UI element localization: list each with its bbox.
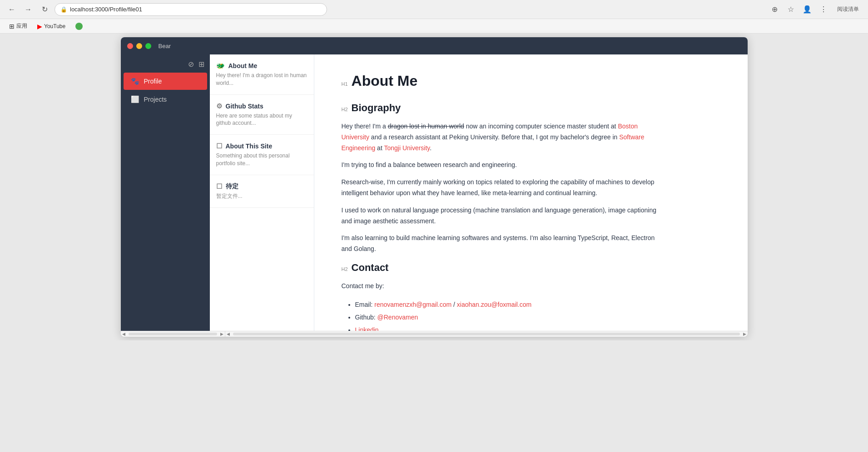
reload-button[interactable]: ↻ [38,3,51,16]
note-icon-pending: ☐ [216,182,222,191]
app-window: Bear ⊘ ⊞ 🐾 Profile ⬜ Projects 🐲 Abo [121,37,748,337]
p1-before-strike: Hey there! I'm a [342,123,388,130]
biography-p4: I used to work on natural language proce… [342,205,660,227]
h-scroll-right-btn[interactable]: ▶ [219,332,225,336]
biography-p2: I'm trying to find a balance between res… [342,160,660,171]
p1-mid2: at [375,144,384,152]
address-bar[interactable]: 🔒 localhost:3000/Profile/file01 [55,3,327,16]
sidebar-item-projects[interactable]: ⬜ Projects [124,91,207,108]
email-link2[interactable]: xiaohan.zou@foxmail.com [457,301,531,308]
sidebar-projects-label: Projects [144,96,167,103]
window-title: Bear [159,43,171,49]
h1-text: About Me [352,73,418,89]
content-h-scroll: ◀ ▶ [225,331,748,337]
green-bookmark[interactable] [72,21,86,31]
forward-button[interactable]: → [22,3,35,16]
h-scroll-track [129,333,217,335]
back-button[interactable]: ← [5,3,18,16]
note-list: 🐲 About Me Hey there! I'm a dragon lost … [210,54,314,331]
reader-list-button[interactable]: 阅读清单 [833,4,863,15]
content-area[interactable]: H1 About Me H2 Biography Hey there! I'm … [314,54,748,331]
biography-p1: Hey there! I'm a dragon lost in human wo… [342,121,660,153]
note-title-github-stats: ⚙ Github Stats [216,102,308,110]
more-button[interactable]: ⋮ [817,3,830,16]
note-icon-about-me: 🐲 [216,62,225,70]
green-dot-icon [75,23,83,30]
contact-github: Github: @Renovamen [355,311,720,324]
p1-mid: and a research assistant at Peking Unive… [369,133,619,141]
contact-heading: H2 Contact [342,262,720,274]
traffic-lights [127,43,151,49]
bookmarks-bar: ⊞ 应用 ▶ YouTube [0,19,868,34]
note-preview-github-stats: Here are some status about my github acc… [216,112,308,128]
note-icon-about-site: ☐ [216,142,222,150]
content-h-scroll-track [233,333,740,335]
email-label: Email: [355,301,375,308]
biography-h2-label: H2 [342,107,348,112]
github-link[interactable]: @Renovamen [377,314,418,321]
sidebar: ⊘ ⊞ 🐾 Profile ⬜ Projects [121,54,210,331]
note-title-about-site: ☐ About This Site [216,142,308,150]
apps-grid-icon: ⊞ [9,23,15,30]
sidebar-toolbar: ⊘ ⊞ [121,58,210,72]
lock-icon: 🔒 [60,6,67,13]
contact-list: Email: renovamenzxh@gmail.com / xiaohan.… [342,298,720,331]
biography-heading: H2 Biography [342,102,720,114]
contact-intro: Contact me by: [342,281,660,292]
email-link1[interactable]: renovamenzxh@gmail.com [374,301,451,308]
note-title-about-me: 🐲 About Me [216,62,308,70]
p1-end: . [430,144,432,152]
minimize-button[interactable] [136,43,142,49]
url-text: localhost:3000/Profile/file01 [70,6,142,13]
tongji-university-link[interactable]: Tongji University [384,144,430,152]
sidebar-filter-button[interactable]: ⊘ [188,60,194,69]
youtube-icon: ▶ [37,23,42,30]
window-bottom-scroll: ◀ ▶ ◀ ▶ [121,331,748,337]
sidebar-settings-button[interactable]: ⊞ [198,60,204,69]
biography-h2-text: Biography [352,102,401,114]
apps-label: 应用 [16,22,27,30]
content-h-scroll-right[interactable]: ▶ [742,332,748,336]
note-preview-about-site: Something about this personal portfolio … [216,152,308,167]
p1-strike: dragon lost in human world [388,123,464,130]
content-h1: H1 About Me [342,73,720,89]
note-list-h-scroll: ◀ ▶ [121,331,225,337]
contact-email: Email: renovamenzxh@gmail.com / xiaohan.… [355,298,720,311]
h-scroll-left-btn[interactable]: ◀ [121,332,127,336]
app-body: ⊘ ⊞ 🐾 Profile ⬜ Projects 🐲 About Me Hey … [121,54,748,331]
profile-button[interactable]: 👤 [801,3,813,16]
translate-button[interactable]: ⊕ [768,3,781,16]
note-preview-pending: 暂定文件... [216,192,308,200]
close-button[interactable] [127,43,133,49]
youtube-bookmark[interactable]: ▶ YouTube [34,21,69,31]
contact-h2-label: H2 [342,266,348,272]
sidebar-profile-label: Profile [144,78,162,85]
star-button[interactable]: ☆ [784,3,797,16]
title-bar: Bear [121,37,748,54]
linkedin-link[interactable]: Linkedin [355,326,379,331]
note-preview-about-me: Hey there! I'm a dragon lost in human wo… [216,72,308,87]
content-h-scroll-left[interactable]: ◀ [225,332,231,336]
note-item-pending[interactable]: ☐ 待定 暂定文件... [210,175,314,208]
browser-bar: ← → ↻ 🔒 localhost:3000/Profile/file01 ⊕ … [0,0,868,19]
note-item-about-me[interactable]: 🐲 About Me Hey there! I'm a dragon lost … [210,54,314,95]
projects-icon: ⬜ [131,95,139,103]
apps-button[interactable]: ⊞ 应用 [5,21,31,31]
note-icon-github-stats: ⚙ [216,102,222,110]
github-label: Github: [355,314,377,321]
h1-label: H1 [342,81,348,87]
biography-p5: I'm also learning to build machine learn… [342,233,660,255]
browser-actions: ⊕ ☆ 👤 ⋮ 阅读清单 [768,3,863,16]
email-separator: / [451,301,457,308]
note-item-about-site[interactable]: ☐ About This Site Something about this p… [210,135,314,175]
biography-p3: Research-wise, I'm currently mainly work… [342,177,660,199]
contact-linkedin: Linkedin [355,324,720,331]
youtube-label: YouTube [44,23,65,29]
profile-icon: 🐾 [131,77,139,85]
p1-after: now an incoming computer science master … [464,123,618,130]
note-item-github-stats[interactable]: ⚙ Github Stats Here are some status abou… [210,95,314,135]
maximize-button[interactable] [145,43,151,49]
sidebar-item-profile[interactable]: 🐾 Profile [124,73,207,90]
contact-h2-text: Contact [352,262,389,274]
note-title-pending: ☐ 待定 [216,182,308,191]
